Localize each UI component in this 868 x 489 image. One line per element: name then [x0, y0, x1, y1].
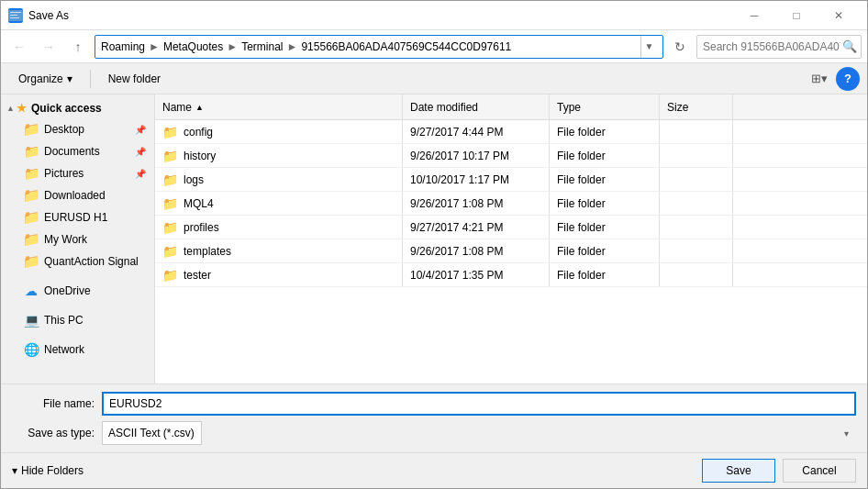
folder-icon: 📁 — [162, 220, 178, 235]
folder-icon: 📁 — [162, 149, 178, 163]
cancel-button[interactable]: Cancel — [783, 459, 856, 483]
file-row-logs[interactable]: 📁 logs 10/10/2017 1:17 PM File folder — [155, 168, 867, 192]
refresh-button[interactable]: ↻ — [667, 34, 693, 60]
title-bar: Save As ─ □ ✕ — [1, 1, 867, 30]
address-bar[interactable]: Roaming ► MetaQuotes ► Terminal ► 915566… — [95, 35, 663, 59]
savetype-label: Save as type: — [12, 427, 95, 439]
sort-arrow-icon: ▲ — [195, 103, 204, 112]
quick-access-icon: ★ — [17, 102, 27, 115]
col-header-date[interactable]: Date modified — [403, 94, 550, 119]
close-button[interactable]: ✕ — [818, 1, 860, 30]
pc-icon: 💻 — [24, 313, 39, 328]
crumb-metaquotes: MetaQuotes — [163, 40, 223, 53]
quick-access-arrow: ▴ — [8, 104, 13, 113]
back-button[interactable]: ← — [6, 34, 32, 60]
file-row-mql4[interactable]: 📁 MQL4 9/26/2017 1:08 PM File folder — [155, 192, 867, 216]
sidebar: ▴ ★ Quick access 📁 Desktop 📌 📁 Documents… — [1, 94, 155, 383]
window-icon — [8, 8, 23, 23]
bottom-actions: ▾ Hide Folders Save Cancel — [1, 452, 867, 488]
folder-icon: 📁 — [24, 254, 39, 269]
folder-icon: 📁 — [24, 232, 39, 247]
search-wrap: 🔍 — [696, 35, 862, 59]
col-header-name[interactable]: Name ▲ — [155, 94, 403, 119]
pin-icon: 📌 — [135, 125, 146, 135]
sidebar-item-pictures[interactable]: 📁 Pictures 📌 — [1, 162, 154, 184]
col-header-size[interactable]: Size — [660, 94, 733, 119]
savetype-select[interactable]: ASCII Text (*.csv) CSV (*.csv) All Files… — [102, 421, 202, 445]
file-row-templates[interactable]: 📁 templates 9/26/2017 1:08 PM File folde… — [155, 239, 867, 263]
folder-icon: 📁 — [162, 196, 178, 211]
crumb-guid: 915566BA06ADA407569C544CC0D97611 — [301, 40, 511, 53]
file-list-header: Name ▲ Date modified Type Size — [155, 94, 867, 120]
hide-folders-arrow-icon: ▾ — [12, 464, 17, 477]
view-icon: ⊞ — [811, 72, 821, 85]
toolbar-separator — [90, 70, 91, 88]
folder-icon: 📁 — [24, 188, 39, 203]
organize-button[interactable]: Organize ▾ — [8, 67, 83, 91]
file-row-config[interactable]: 📁 config 9/27/2017 4:44 PM File folder — [155, 120, 867, 144]
save-as-dialog: Save As ─ □ ✕ ← → ↑ Roaming ► MetaQuotes… — [0, 0, 868, 489]
bottom-bar: File name: Save as type: ASCII Text (*.c… — [1, 383, 867, 452]
new-folder-button[interactable]: New folder — [98, 67, 171, 91]
sidebar-item-onedrive[interactable]: ☁ OneDrive — [1, 280, 154, 302]
filename-row: File name: — [12, 392, 856, 416]
file-row-history[interactable]: 📁 history 9/26/2017 10:17 PM File folder — [155, 144, 867, 168]
file-list-container: Name ▲ Date modified Type Size 📁 config — [155, 94, 867, 383]
file-row-profiles[interactable]: 📁 profiles 9/27/2017 4:21 PM File folder — [155, 216, 867, 239]
save-button[interactable]: Save — [702, 459, 775, 483]
window-controls: ─ □ ✕ — [733, 1, 860, 30]
toolbar-row: Organize ▾ New folder ⊞ ▾ ? — [1, 63, 867, 94]
filename-input[interactable] — [102, 392, 856, 416]
minimize-button[interactable]: ─ — [733, 1, 775, 30]
hide-folders-toggle[interactable]: ▾ Hide Folders — [12, 464, 83, 477]
svg-rect-1 — [10, 12, 21, 13]
pin-icon: 📌 — [135, 169, 146, 179]
col-header-type[interactable]: Type — [550, 94, 660, 119]
view-button[interactable]: ⊞ ▾ — [807, 67, 832, 91]
onedrive-icon: ☁ — [24, 283, 39, 298]
folder-icon: 📁 — [162, 125, 178, 139]
pin-icon: 📌 — [135, 147, 146, 157]
filename-label: File name: — [12, 397, 95, 410]
svg-rect-2 — [10, 15, 17, 16]
address-bar-row: ← → ↑ Roaming ► MetaQuotes ► Terminal ► … — [1, 30, 867, 63]
folder-icon: 📁 — [24, 122, 39, 137]
sidebar-item-network[interactable]: 🌐 Network — [1, 339, 154, 361]
folder-icon: 📁 — [162, 244, 178, 259]
select-arrow-icon: ▾ — [844, 428, 849, 439]
crumb-roaming: Roaming — [101, 40, 145, 53]
sidebar-item-thispc[interactable]: 💻 This PC — [1, 309, 154, 331]
sidebar-item-quantaction-signal[interactable]: 📁 QuantAction Signal — [1, 250, 154, 272]
crumb-terminal: Terminal — [241, 40, 283, 53]
main-content: ▴ ★ Quick access 📁 Desktop 📌 📁 Documents… — [1, 94, 867, 383]
folder-icon: 📁 — [24, 144, 39, 159]
sidebar-item-desktop[interactable]: 📁 Desktop 📌 — [1, 118, 154, 140]
svg-rect-3 — [10, 17, 19, 18]
savetype-row: Save as type: ASCII Text (*.csv) CSV (*.… — [12, 421, 856, 445]
quick-access-header[interactable]: ▴ ★ Quick access — [1, 98, 154, 118]
savetype-wrap: ASCII Text (*.csv) CSV (*.csv) All Files… — [102, 421, 856, 445]
maximize-button[interactable]: □ — [775, 1, 818, 30]
folder-icon: 📁 — [24, 166, 39, 181]
sidebar-item-my-work[interactable]: 📁 My Work — [1, 228, 154, 250]
view-arrow-icon: ▾ — [821, 72, 828, 85]
search-input[interactable] — [696, 35, 862, 59]
help-button[interactable]: ? — [836, 67, 860, 91]
folder-icon: 📁 — [162, 268, 178, 283]
file-row-tester[interactable]: 📁 tester 10/4/2017 1:35 PM File folder — [155, 263, 867, 287]
forward-button[interactable]: → — [36, 34, 61, 60]
address-dropdown-button[interactable]: ▼ — [640, 36, 657, 58]
up-button[interactable]: ↑ — [65, 34, 91, 60]
folder-icon: 📁 — [162, 172, 178, 187]
toolbar-right: ⊞ ▾ ? — [807, 67, 860, 91]
sidebar-item-eurusd-h1[interactable]: 📁 EURUSD H1 — [1, 206, 154, 228]
window-title: Save As — [28, 9, 733, 22]
sidebar-item-downloaded[interactable]: 📁 Downloaded — [1, 184, 154, 206]
folder-icon: 📁 — [24, 210, 39, 225]
network-icon: 🌐 — [24, 342, 39, 357]
sidebar-item-documents[interactable]: 📁 Documents 📌 — [1, 140, 154, 162]
breadcrumb: Roaming ► MetaQuotes ► Terminal ► 915566… — [101, 40, 511, 53]
organize-arrow-icon: ▾ — [67, 72, 72, 85]
